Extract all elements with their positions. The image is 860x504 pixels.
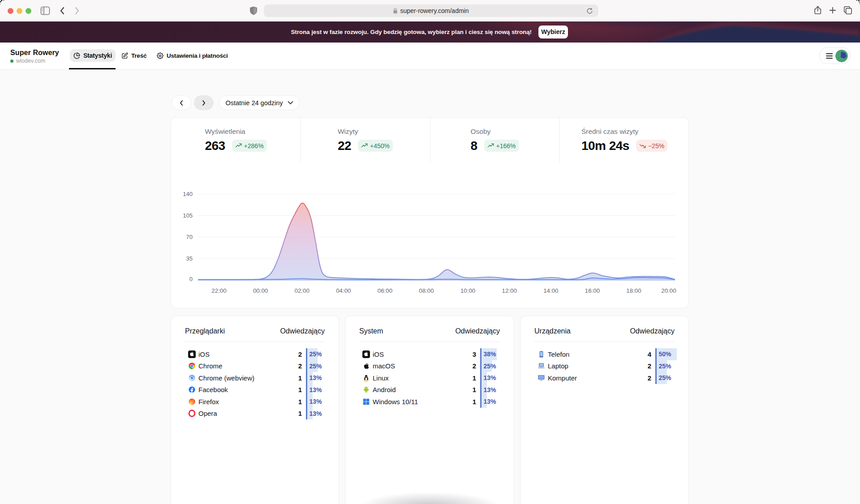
svg-text:105: 105 bbox=[183, 212, 193, 219]
svg-text:06:00: 06:00 bbox=[378, 287, 392, 294]
svg-text:12:00: 12:00 bbox=[502, 287, 517, 294]
svg-text:22:00: 22:00 bbox=[211, 287, 226, 294]
svg-text:04:00: 04:00 bbox=[336, 287, 351, 294]
svg-text:20:00: 20:00 bbox=[661, 287, 676, 294]
svg-text:14:00: 14:00 bbox=[543, 287, 558, 294]
svg-text:18:00: 18:00 bbox=[626, 287, 641, 294]
svg-text:70: 70 bbox=[186, 234, 193, 240]
svg-text:08:00: 08:00 bbox=[419, 287, 434, 294]
svg-text:00:00: 00:00 bbox=[253, 287, 268, 294]
svg-text:02:00: 02:00 bbox=[295, 287, 310, 294]
svg-text:35: 35 bbox=[186, 255, 193, 262]
svg-text:16:00: 16:00 bbox=[585, 287, 600, 294]
svg-text:0: 0 bbox=[189, 276, 193, 282]
svg-text:10:00: 10:00 bbox=[460, 287, 475, 294]
svg-text:140: 140 bbox=[183, 191, 193, 197]
